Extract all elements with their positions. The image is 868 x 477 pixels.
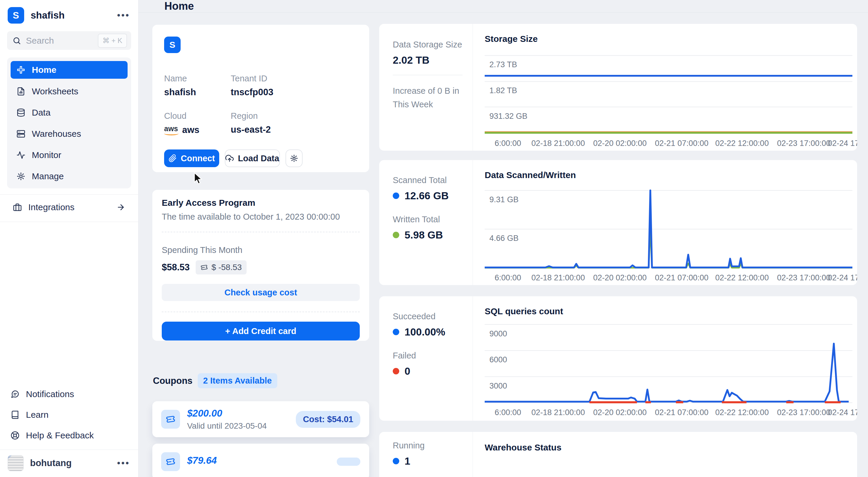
x-axis-tick-label: 02-18 21:00:00 (531, 408, 585, 417)
sql-stat-panel: Succeeded 100.00% Failed 0 (379, 296, 473, 421)
svg-text:1.82 TB: 1.82 TB (489, 86, 517, 95)
field-value: us-east-2 (231, 124, 358, 135)
org-menu-icon[interactable]: ••• (117, 10, 130, 20)
spending-label: Spending This Month (162, 245, 360, 255)
add-credit-card-button[interactable]: + Add Credit card (162, 322, 360, 340)
avatar (8, 455, 24, 471)
early-access-card: Early Access Program The time available … (152, 190, 369, 341)
coupon-card[interactable]: $79.64 (152, 444, 369, 477)
gear-icon (290, 154, 298, 162)
x-axis-tick-label: 02-18 21:00:00 (531, 139, 585, 148)
user-menu-icon[interactable]: ••• (117, 458, 130, 468)
sidebar-item-home[interactable]: Home (10, 61, 128, 79)
sidebar-item-notifications[interactable]: Notifications (7, 386, 131, 403)
database-icon (17, 108, 25, 117)
stat-value: 2.02 TB (393, 54, 473, 66)
x-axis-tick-label: 02-20 02:00:00 (593, 139, 647, 148)
aws-logo: aws (164, 124, 178, 135)
load-data-button-label: Load Data (238, 154, 279, 163)
tenant-settings-button[interactable] (285, 149, 303, 167)
user-name: bohutang (30, 458, 71, 469)
x-axis-tick-label: 02-21 07:00:00 (655, 139, 709, 148)
ticket-icon (165, 414, 176, 424)
field-label: Region (231, 111, 358, 121)
coupons-title: Coupons (153, 376, 192, 386)
sidebar-item-label: Manage (32, 171, 64, 181)
sidebar-item-learn[interactable]: Learn (7, 407, 131, 423)
data-scanned-written-chart: Data Scanned/Written 9.31 GB4.66 GB6:00:… (473, 160, 857, 285)
x-axis-tick-label: 02-21 07:00:00 (655, 408, 709, 417)
chart-title: Storage Size (485, 34, 538, 44)
sql-queries-row: Succeeded 100.00% Failed 0 SQL queries c… (379, 296, 857, 421)
sidebar-item-manage[interactable]: Manage (10, 168, 128, 185)
stat-value: 100.00% (393, 326, 473, 338)
coupon-card[interactable]: $200.00 Valid until 2023-05-04 Cost: $54… (152, 401, 369, 437)
stat-value: 12.66 GB (393, 190, 473, 202)
x-axis-tick-label: 02-24 17:00:00 (828, 273, 857, 282)
field-label: Tenant ID (231, 74, 358, 83)
field-label: Cloud (164, 111, 231, 121)
briefcase-icon (13, 203, 22, 212)
sidebar-item-monitor[interactable]: Monitor (10, 147, 128, 163)
sidebar-item-data[interactable]: Data (10, 104, 128, 121)
sidebar-item-label: Help & Feedback (26, 430, 94, 441)
coupons-header: Coupons 2 Items Available (152, 373, 369, 388)
coupon-icon-tile (161, 410, 180, 429)
primary-nav: Home Worksheets Data Warehouses (7, 58, 131, 188)
warehouse-status-panel: Warehouse Status (473, 432, 857, 477)
sidebar-item-integrations[interactable]: Integrations (7, 199, 131, 216)
storage-increase-note: Increase of 0 B in This Week (393, 84, 473, 112)
x-axis-tick-label: 02-20 02:00:00 (593, 273, 647, 282)
chart-title: Data Scanned/Written (485, 170, 576, 180)
sidebar-item-warehouses[interactable]: Warehouses (10, 125, 128, 142)
sidebar-item-help[interactable]: Help & Feedback (7, 427, 131, 444)
x-axis-tick-label: 6:00:00 (495, 139, 521, 148)
field-value: tnscfp003 (231, 87, 358, 97)
scanned-written-stat-panel: Scanned Total 12.66 GB Written Total 5.9… (379, 160, 473, 285)
divider (0, 194, 138, 195)
tenant-name-field: Name shafish (164, 74, 231, 97)
blue-dot-icon (393, 192, 399, 199)
svg-text:4.66 GB: 4.66 GB (489, 234, 519, 243)
user-menu[interactable]: bohutang ••• (0, 450, 138, 477)
coupon-cost-badge (337, 457, 360, 466)
paperclip-icon (168, 154, 177, 162)
sidebar-item-label: Notifications (26, 389, 74, 399)
sidebar-item-label: Data (32, 108, 51, 118)
sidebar-item-label: Home (32, 65, 56, 75)
search-input[interactable]: Search ⌘ + K (7, 31, 131, 50)
sidebar-item-worksheets[interactable]: Worksheets (10, 83, 128, 100)
page-header: Home (138, 0, 868, 13)
field-value: shafish (164, 87, 231, 97)
storage-row: Data Storage Size 2.02 TB Increase of 0 … (379, 24, 857, 151)
connect-button[interactable]: Connect (164, 149, 219, 167)
worksheets-icon (17, 87, 25, 96)
sidebar-item-label: Warehouses (32, 129, 81, 139)
blue-dot-icon (393, 329, 399, 335)
manage-gear-icon (17, 172, 25, 181)
tenant-logo: S (164, 36, 181, 53)
stat-label: Succeeded (393, 311, 473, 321)
org-logo[interactable]: S (8, 7, 24, 24)
stat-label: Running (393, 441, 473, 450)
spending-amount: $58.53 (162, 262, 190, 273)
x-axis-tick-label: 02-22 12:00:00 (715, 139, 769, 148)
stat-label: Failed (393, 351, 473, 361)
check-usage-button[interactable]: Check usage cost (162, 284, 360, 301)
load-data-button[interactable]: Load Data (225, 149, 280, 167)
coupon-amount: $200.00 (187, 408, 267, 419)
x-axis-tick-label: 02-20 02:00:00 (593, 408, 647, 417)
field-label: Name (164, 74, 231, 83)
tenant-card: S Name shafish Tenant ID tnscfp003 Cloud (152, 25, 369, 172)
tenant-id-field: Tenant ID tnscfp003 (231, 74, 358, 97)
warehouse-status-title: Warehouse Status (485, 443, 562, 452)
tenant-cloud-field: Cloud aws aws (164, 111, 231, 135)
org-name: shafish (31, 10, 65, 21)
x-axis-tick-label: 02-22 12:00:00 (715, 408, 769, 417)
life-buoy-icon (10, 431, 20, 440)
sidebar: S shafish ••• Search ⌘ + K Home Work (0, 0, 138, 477)
org-header: S shafish ••• (0, 0, 138, 29)
stat-value: 1 (393, 455, 473, 467)
x-axis-tick-label: 02-23 17:00:00 (777, 273, 831, 282)
coupon-cost-badge: Cost: $54.01 (296, 411, 360, 428)
